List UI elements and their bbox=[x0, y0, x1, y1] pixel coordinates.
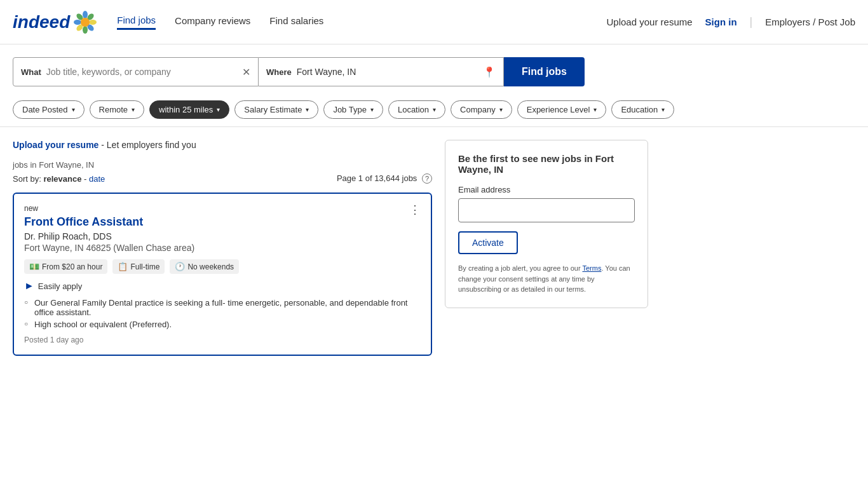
chevron-down-icon: ▾ bbox=[72, 106, 75, 113]
upload-resume-banner-link[interactable]: Upload your resume bbox=[13, 140, 98, 150]
job-tag-salary: 💵 From $20 an hour bbox=[24, 259, 107, 274]
job-location-text: Fort Wayne, IN 46825 bbox=[24, 243, 111, 253]
disclaimer-prefix: By creating a job alert, you agree to ou… bbox=[458, 264, 582, 272]
job-location: Fort Wayne, IN 46825 (Wallen Chase area) bbox=[24, 243, 194, 253]
job-tag-type: 📋 Full-time bbox=[112, 259, 165, 274]
location-pin-icon: 📍 bbox=[483, 66, 496, 78]
job-tag-type-label: Full-time bbox=[130, 262, 159, 271]
header: indeed Find jobs Company reviews Find sa… bbox=[0, 0, 868, 44]
chevron-down-icon: ▾ bbox=[661, 106, 665, 113]
nav-company-reviews[interactable]: Company reviews bbox=[175, 15, 250, 29]
employers-post-job-link[interactable]: Employers / Post Job bbox=[765, 17, 855, 27]
email-input[interactable] bbox=[458, 198, 635, 222]
document-icon: 📋 bbox=[118, 262, 128, 271]
search-clear-icon[interactable]: ✕ bbox=[242, 66, 250, 78]
sign-in-button[interactable]: Sign in bbox=[705, 17, 737, 27]
upload-resume-banner: Upload your resume - Let employers find … bbox=[13, 140, 432, 150]
job-card-left: new Front Office Assistant Dr. Philip Ro… bbox=[24, 204, 194, 259]
sort-prefix: Sort by: bbox=[13, 174, 43, 184]
sort-date-link[interactable]: date bbox=[89, 174, 105, 184]
filter-date-posted[interactable]: Date Posted ▾ bbox=[13, 100, 85, 119]
sort-options: Sort by: relevance - date bbox=[13, 174, 105, 184]
search-bar: What ✕ Where 📍 Find jobs bbox=[13, 57, 585, 86]
header-right: Upload your resume Sign in | Employers /… bbox=[607, 15, 856, 29]
main-nav: Find jobs Company reviews Find salaries bbox=[117, 15, 606, 30]
chevron-down-icon: ▾ bbox=[433, 106, 436, 113]
nav-find-salaries[interactable]: Find salaries bbox=[269, 15, 323, 29]
help-icon[interactable]: ? bbox=[422, 173, 432, 184]
terms-link[interactable]: Terms bbox=[582, 264, 601, 272]
chevron-down-icon: ▾ bbox=[593, 106, 597, 113]
job-company: Dr. Philip Roach, DDS bbox=[24, 231, 194, 241]
easily-apply-text: Easily apply bbox=[38, 281, 82, 291]
filters-section: Date Posted ▾ Remote ▾ within 25 miles ▾… bbox=[0, 93, 868, 127]
chevron-down-icon: ▾ bbox=[306, 106, 309, 113]
main-content: Upload your resume - Let employers find … bbox=[0, 127, 763, 377]
job-location-area: (Wallen Chase area) bbox=[113, 243, 194, 253]
alert-title: Be the first to see new jobs in Fort Way… bbox=[458, 153, 635, 175]
what-label: What bbox=[21, 67, 41, 77]
job-card-header: new Front Office Assistant Dr. Philip Ro… bbox=[24, 204, 421, 259]
chevron-down-icon: ▾ bbox=[499, 106, 503, 113]
filter-education[interactable]: Education ▾ bbox=[611, 100, 674, 119]
right-panel: Be the first to see new jobs in Fort Way… bbox=[445, 140, 648, 365]
sort-relevance: relevance bbox=[43, 174, 81, 184]
chevron-down-icon: ▾ bbox=[217, 106, 220, 113]
filter-location[interactable]: Location ▾ bbox=[388, 100, 445, 119]
chevron-down-icon: ▾ bbox=[370, 106, 374, 113]
filter-job-type[interactable]: Job Type ▾ bbox=[323, 100, 383, 119]
logo-area: indeed bbox=[13, 10, 98, 35]
filter-company[interactable]: Company ▾ bbox=[451, 100, 512, 119]
sort-dash: - bbox=[84, 174, 89, 184]
filter-experience-level[interactable]: Experience Level ▾ bbox=[517, 100, 607, 119]
where-input[interactable] bbox=[297, 67, 483, 77]
job-more-options-button[interactable]: ⋮ bbox=[409, 204, 421, 215]
clock-icon: 🕐 bbox=[175, 262, 185, 271]
email-label: Email address bbox=[458, 185, 635, 194]
job-tag-salary-label: From $20 an hour bbox=[42, 262, 102, 271]
where-search-box: Where 📍 bbox=[259, 57, 504, 86]
left-panel: Upload your resume - Let employers find … bbox=[13, 140, 432, 365]
nav-find-jobs[interactable]: Find jobs bbox=[117, 15, 156, 30]
search-section: What ✕ Where 📍 Find jobs bbox=[0, 44, 868, 93]
svg-point-3 bbox=[89, 20, 97, 25]
job-card: new Front Office Assistant Dr. Philip Ro… bbox=[13, 193, 432, 356]
page-info-area: Page 1 of 13,644 jobs ? bbox=[337, 173, 432, 184]
filter-remote[interactable]: Remote ▾ bbox=[90, 100, 145, 119]
logo-flower-icon bbox=[72, 10, 98, 35]
svg-point-1 bbox=[83, 11, 88, 18]
page-info: Page 1 of 13,644 jobs bbox=[337, 173, 417, 183]
jobs-context: jobs in Fort Wayne, IN bbox=[13, 160, 432, 170]
chevron-down-icon: ▾ bbox=[132, 106, 135, 113]
upload-banner-text: - Let employers find you bbox=[98, 140, 196, 150]
apply-arrow-icon: ► bbox=[24, 280, 34, 292]
job-posted-date: Posted 1 day ago bbox=[24, 336, 421, 344]
job-tag-schedule: 🕐 No weekends bbox=[170, 259, 239, 274]
upload-resume-link[interactable]: Upload your resume bbox=[607, 17, 693, 27]
job-tags: 💵 From $20 an hour 📋 Full-time 🕐 No week… bbox=[24, 259, 421, 274]
easily-apply-indicator: ► Easily apply bbox=[24, 280, 421, 292]
where-label: Where bbox=[266, 67, 292, 77]
sort-bar: Sort by: relevance - date Page 1 of 13,6… bbox=[13, 173, 432, 184]
logo-text[interactable]: indeed bbox=[13, 12, 70, 32]
alert-disclaimer: By creating a job alert, you agree to ou… bbox=[458, 263, 635, 295]
what-input[interactable] bbox=[46, 67, 242, 77]
find-jobs-button[interactable]: Find jobs bbox=[504, 57, 585, 86]
job-description: Our General Family Dental practice is se… bbox=[24, 298, 421, 329]
activate-button[interactable]: Activate bbox=[458, 231, 518, 254]
job-desc-item-2: High school or equivalent (Preferred). bbox=[24, 320, 421, 329]
what-search-box: What ✕ bbox=[13, 57, 259, 86]
header-divider: | bbox=[750, 15, 753, 29]
job-tag-schedule-label: No weekends bbox=[187, 262, 234, 271]
filter-salary-estimate[interactable]: Salary Estimate ▾ bbox=[234, 100, 318, 119]
job-title-link[interactable]: Front Office Assistant bbox=[24, 215, 194, 229]
job-desc-item-1: Our General Family Dental practice is se… bbox=[24, 298, 421, 317]
svg-point-9 bbox=[81, 18, 90, 27]
money-icon: 💵 bbox=[29, 262, 39, 271]
svg-point-5 bbox=[83, 26, 88, 34]
svg-point-7 bbox=[74, 20, 81, 25]
job-badge: new bbox=[24, 204, 194, 213]
filter-within-25-miles[interactable]: within 25 miles ▾ bbox=[149, 100, 229, 119]
job-alert-box: Be the first to see new jobs in Fort Way… bbox=[445, 140, 648, 308]
